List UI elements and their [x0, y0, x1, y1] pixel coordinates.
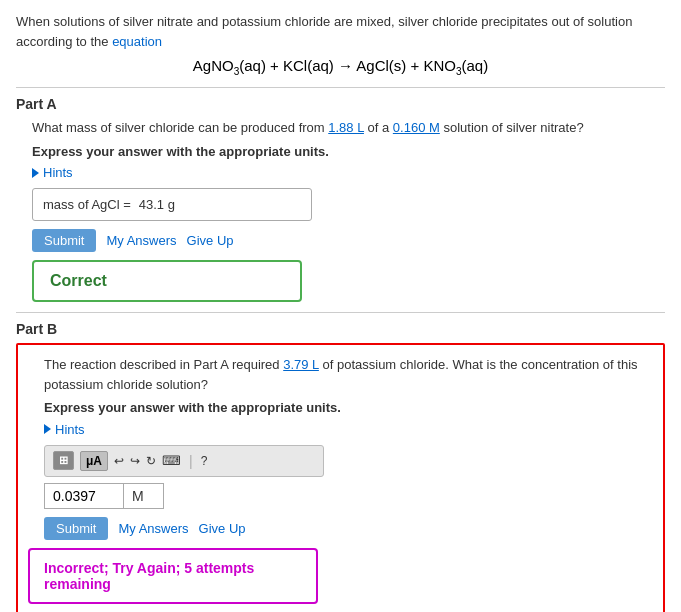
- toolbar-redo-icon[interactable]: ↪: [130, 454, 140, 468]
- part-b-input-row: M: [44, 483, 653, 509]
- part-b-hints-link[interactable]: Hints: [44, 422, 85, 437]
- intro-text: When solutions of silver nitrate and pot…: [16, 12, 665, 51]
- part-a-hints-link[interactable]: Hints: [32, 165, 73, 180]
- toolbar-grid-button[interactable]: ⊞: [53, 451, 74, 470]
- part-b-hints-triangle-icon: [44, 424, 51, 434]
- toolbar-keyboard-icon[interactable]: ⌨: [162, 453, 181, 468]
- part-a-my-answers-link[interactable]: My Answers: [106, 233, 176, 248]
- toolbar-help-icon[interactable]: ?: [201, 454, 208, 468]
- equation: AgNO3(aq) + KCl(aq) → AgCl(s) + KNO3(aq): [16, 57, 665, 77]
- divider-top: [16, 87, 665, 88]
- part-b-question: The reaction described in Part A require…: [44, 355, 653, 394]
- part-a-answer-box: mass of AgCl = 43.1 g: [32, 188, 312, 221]
- part-b-submit-button[interactable]: Submit: [44, 517, 108, 540]
- part-b-label: Part B: [16, 321, 665, 337]
- part-a-answer-value: 43.1 g: [139, 197, 175, 212]
- toolbar-mu-button[interactable]: μA: [80, 451, 108, 471]
- part-b-button-row: Submit My Answers Give Up: [44, 517, 653, 540]
- part-a-answer-label: mass of AgCl =: [43, 197, 131, 212]
- hints-triangle-icon: [32, 168, 39, 178]
- part-b-unit-display: M: [124, 483, 164, 509]
- part-a-hints-label: Hints: [43, 165, 73, 180]
- part-a-label: Part A: [16, 96, 665, 112]
- toolbar-undo-icon[interactable]: ↩: [114, 454, 124, 468]
- divider-middle: [16, 312, 665, 313]
- part-b-express: Express your answer with the appropriate…: [44, 400, 653, 415]
- incorrect-banner: Incorrect; Try Again; 5 attempts remaini…: [28, 548, 318, 604]
- part-a-button-row: Submit My Answers Give Up: [32, 229, 665, 252]
- toolbar-refresh-icon[interactable]: ↻: [146, 454, 156, 468]
- part-a-express: Express your answer with the appropriate…: [32, 144, 665, 159]
- correct-banner: Correct: [32, 260, 302, 302]
- part-a-give-up-link[interactable]: Give Up: [187, 233, 234, 248]
- part-a-submit-button[interactable]: Submit: [32, 229, 96, 252]
- part-b-hints-label: Hints: [55, 422, 85, 437]
- part-b-container: The reaction described in Part A require…: [16, 343, 665, 612]
- part-b-give-up-link[interactable]: Give Up: [199, 521, 246, 536]
- part-b-toolbar: ⊞ μA ↩ ↪ ↻ ⌨ | ?: [44, 445, 324, 477]
- part-b-value-input[interactable]: [44, 483, 124, 509]
- part-b-my-answers-link[interactable]: My Answers: [118, 521, 188, 536]
- part-a-question: What mass of silver chloride can be prod…: [32, 118, 665, 138]
- part-a-section: Part A What mass of silver chloride can …: [16, 96, 665, 302]
- part-b-section: Part B The reaction described in Part A …: [16, 321, 665, 612]
